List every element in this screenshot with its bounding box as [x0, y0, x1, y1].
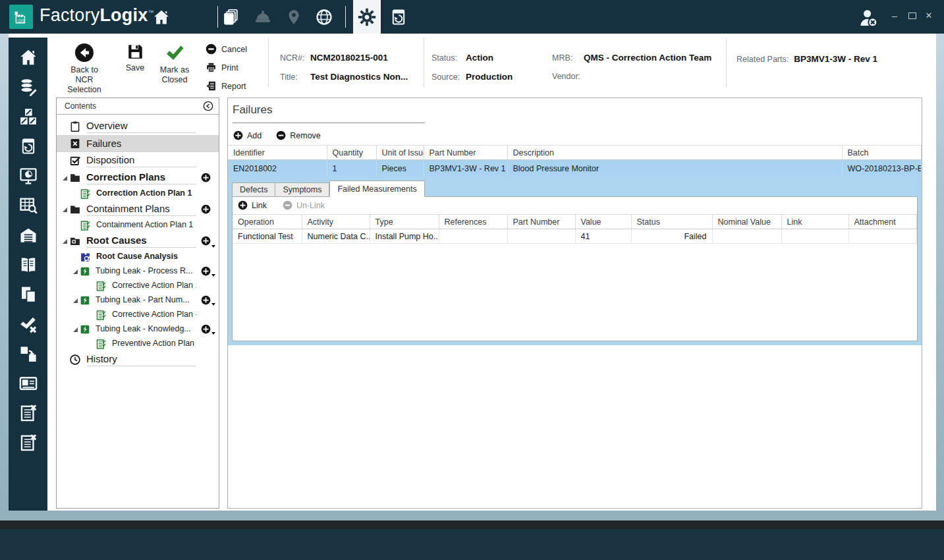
tab-symptoms[interactable]: Symptoms	[275, 182, 329, 197]
table-search-icon[interactable]	[18, 195, 38, 215]
mark-closed-button[interactable]: Mark asClosed	[155, 42, 194, 85]
remove-failure-button[interactable]: Remove	[276, 130, 321, 140]
table-row[interactable]: Functional TestNumeric Data C...Install …	[233, 229, 917, 244]
doc-undo-icon[interactable]	[18, 136, 38, 156]
unlink-button[interactable]: Un-Link	[283, 200, 325, 210]
report-button[interactable]: Report	[206, 80, 246, 92]
table-cell	[439, 229, 507, 244]
globe-icon[interactable]	[314, 7, 334, 27]
column-header[interactable]: Part Number	[507, 215, 575, 229]
add-child-icon[interactable]	[201, 173, 211, 182]
id-card-icon[interactable]	[18, 373, 38, 393]
expander-icon[interactable]	[71, 269, 80, 275]
column-header[interactable]: Activity	[302, 215, 370, 229]
tree-item-root-cause-analysis[interactable]: Root Cause Analysis	[57, 250, 219, 264]
tree-item-history[interactable]: History	[57, 351, 219, 368]
column-header[interactable]: Part Number	[424, 146, 507, 160]
collapse-panel-icon[interactable]	[203, 101, 213, 111]
add-failure-button[interactable]: Add	[233, 130, 262, 140]
column-header[interactable]: Operation	[233, 215, 302, 229]
tree-item-tubing-leak-knowledg[interactable]: Tubing Leak - Knowledg...	[57, 322, 219, 337]
tree-item-containment-plans[interactable]: Containment Plans	[57, 201, 219, 218]
add-child-icon[interactable]	[201, 324, 211, 334]
home-icon[interactable]	[18, 47, 38, 67]
pages-icon[interactable]	[221, 7, 241, 27]
check-x-icon[interactable]	[18, 314, 38, 334]
tree-item-label: Failures	[86, 138, 196, 150]
add-child-icon[interactable]	[201, 236, 211, 246]
hardhat-icon[interactable]	[253, 7, 273, 27]
database-edit-icon[interactable]	[18, 76, 38, 97]
user-logout-icon[interactable]	[856, 6, 880, 30]
column-header[interactable]: Batch	[842, 146, 922, 160]
column-header[interactable]: Description	[507, 146, 842, 160]
folder-icon	[69, 204, 81, 215]
expander-icon[interactable]	[61, 207, 69, 213]
expander-icon[interactable]	[61, 238, 69, 244]
tree-item-tubing-leak-process-r[interactable]: Tubing Leak - Process R...	[57, 264, 219, 279]
home-icon[interactable]	[152, 7, 171, 27]
boxes-icon[interactable]	[18, 106, 38, 126]
add-child-icon[interactable]	[201, 204, 211, 214]
column-header[interactable]: Unit of Issue	[376, 146, 424, 160]
expander-icon[interactable]	[71, 298, 80, 304]
tree-item-overview[interactable]: Overview	[57, 118, 219, 135]
column-header[interactable]: Link	[781, 215, 848, 229]
expander-icon[interactable]	[61, 175, 69, 181]
column-header[interactable]: Status	[631, 215, 712, 229]
minimize-button[interactable]: –	[889, 11, 901, 20]
column-header[interactable]: Quantity	[327, 146, 376, 160]
table-row[interactable]: EN20180021PiecesBP3MV1-3W - Rev 1Blood P…	[228, 160, 922, 177]
column-header[interactable]: References	[439, 215, 507, 229]
tree-item-corrective-action-plan-cr[interactable]: Corrective Action Plan - Cr...	[57, 308, 219, 322]
warehouse-icon[interactable]	[18, 225, 38, 245]
tab-defects[interactable]: Defects	[232, 182, 275, 197]
column-header[interactable]: Value	[575, 215, 631, 229]
link-button[interactable]: Link	[238, 200, 267, 210]
tree-item-tubing-leak-part-num[interactable]: Tubing Leak - Part Num...	[57, 293, 219, 308]
column-header[interactable]: Type	[370, 215, 439, 229]
related-parts: Related Parts:BP3MV1-3W - Rev 1	[736, 54, 877, 64]
tab-failed-measurements[interactable]: Failed Measurements	[329, 181, 424, 197]
column-header[interactable]: Attachment	[848, 215, 917, 229]
caret-down-icon[interactable]	[211, 245, 215, 248]
tree-item-disposition[interactable]: Disposition	[57, 152, 219, 169]
green-list-icon	[96, 281, 107, 292]
green-leak-icon	[80, 295, 90, 306]
column-header[interactable]: Nominal Value	[712, 215, 781, 229]
expander-icon[interactable]	[71, 327, 80, 333]
back-to-ncr-button[interactable]: Back toNCR Selection	[61, 42, 108, 95]
measurements-table: OperationActivityTypeReferencesPart Numb…	[233, 214, 917, 244]
list-remove-icon[interactable]	[18, 403, 38, 423]
caret-down-icon[interactable]	[211, 274, 215, 277]
tree-item-root-causes[interactable]: Root Causes	[57, 233, 219, 250]
transfer-icon[interactable]	[18, 343, 38, 364]
add-child-icon[interactable]	[201, 266, 211, 276]
column-header[interactable]: Identifier	[228, 146, 327, 160]
print-button[interactable]: Print	[206, 62, 238, 73]
factorylogix-window: FactoryLogix™ – ✕ Back toNCR Selection S…	[0, 0, 944, 560]
tree-item-preventive-action-plan-k[interactable]: Preventive Action Plan - K...	[57, 337, 219, 351]
maximize-button[interactable]	[908, 13, 916, 19]
copy-pages-icon[interactable]	[18, 284, 38, 304]
tree-item-containment-action-plan-1[interactable]: Containment Action Plan 1	[57, 218, 219, 233]
book-icon[interactable]	[18, 254, 38, 275]
monitor-analytics-icon[interactable]	[18, 165, 38, 186]
tree-item-corrective-action-plan-1[interactable]: Corrective Action Plan 1	[57, 279, 219, 293]
failures-title: Failures	[233, 103, 272, 117]
doc-undo-icon[interactable]	[389, 7, 408, 27]
save-button[interactable]: Save	[123, 42, 148, 73]
caret-down-icon[interactable]	[211, 303, 215, 306]
cancel-button[interactable]: Cancel	[206, 43, 247, 55]
add-child-icon[interactable]	[201, 295, 211, 305]
tree-item-correction-action-plan-1[interactable]: Correction Action Plan 1	[57, 186, 219, 201]
close-button[interactable]: ✕	[923, 11, 935, 20]
list-remove-icon[interactable]	[18, 432, 38, 453]
tree-item-correction-plans[interactable]: Correction Plans	[57, 169, 219, 186]
tree-item-failures[interactable]: Failures	[57, 135, 219, 152]
map-pin-icon[interactable]	[284, 7, 304, 27]
gear-icon[interactable]	[353, 0, 381, 34]
detail-tab-strip: DefectsSymptomsFailed Measurements	[232, 181, 425, 197]
table-cell: EN2018002	[228, 160, 327, 177]
caret-down-icon[interactable]	[211, 332, 215, 335]
